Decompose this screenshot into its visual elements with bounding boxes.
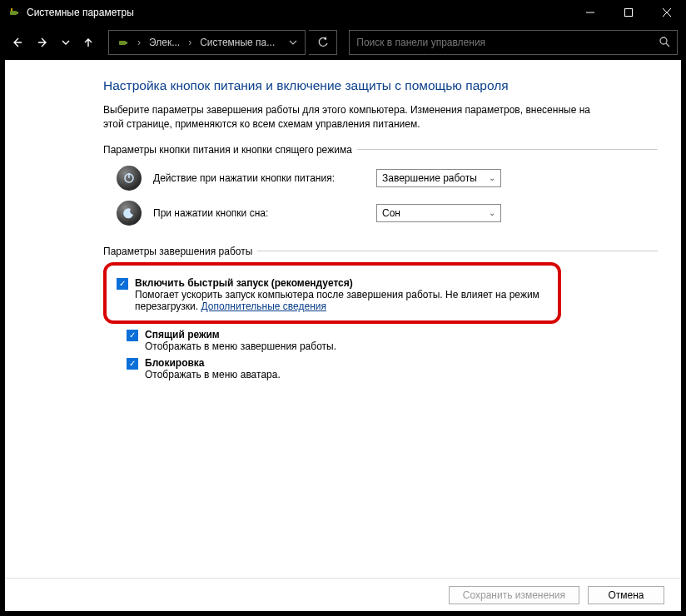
maximize-button[interactable] [609, 0, 648, 25]
svg-rect-1 [17, 12, 18, 14]
footer: Сохранить изменения Отмена [5, 578, 681, 611]
refresh-button[interactable] [309, 30, 337, 55]
section-shutdown: Параметры завершения работы [103, 246, 658, 257]
divider [357, 149, 658, 150]
power-icon [117, 166, 142, 191]
lock-desc: Отображать в меню аватара. [145, 369, 281, 380]
fast-start-title: Включить быстрый запуск (рекомендуется) [135, 277, 548, 289]
save-button[interactable]: Сохранить изменения [449, 586, 579, 604]
fast-start-desc: Помогает ускорить запуск компьютера посл… [135, 289, 539, 312]
page-intro: Выберите параметры завершения работы для… [103, 103, 603, 132]
section-power-buttons: Параметры кнопки питания и кнопки спящег… [103, 144, 658, 156]
sleep-mode-checkbox[interactable]: ✓ [127, 330, 138, 341]
highlight-box: ✓ Включить быстрый запуск (рекомендуется… [103, 262, 561, 324]
close-button[interactable] [648, 0, 686, 25]
client-area: Настройка кнопок питания и включение защ… [5, 60, 681, 611]
nav-history-button[interactable] [58, 31, 73, 54]
lock-checkbox[interactable]: ✓ [127, 358, 138, 370]
fast-start-checkbox[interactable]: ✓ [117, 278, 128, 290]
power-button-value: Завершение работы [382, 172, 477, 184]
window-frame: Системные параметры › Элек... [0, 0, 686, 616]
sleep-button-row: При нажатии кнопки сна: Сон ⌄ [103, 201, 658, 226]
sleep-mode-title: Спящий режим [145, 329, 336, 340]
section-power-buttons-label: Параметры кнопки питания и кнопки спящег… [103, 144, 352, 156]
chevron-down-icon: ⌄ [489, 173, 495, 182]
nav-forward-button[interactable] [32, 31, 55, 54]
nav-back-button[interactable] [5, 31, 28, 54]
lock-row: ✓ Блокировка Отображать в меню аватара. [103, 357, 658, 380]
power-button-row: Действие при нажатии кнопки питания: Зав… [103, 166, 658, 191]
svg-rect-2 [11, 8, 12, 11]
cancel-button[interactable]: Отмена [588, 586, 664, 604]
sleep-mode-row: ✓ Спящий режим Отображать в меню заверше… [103, 329, 658, 352]
sleep-button-value: Сон [382, 207, 400, 219]
lock-title: Блокировка [145, 357, 281, 369]
power-button-select[interactable]: Завершение работы ⌄ [376, 169, 501, 187]
navbar: › Элек... › Системные па... [0, 25, 686, 60]
svg-rect-8 [126, 42, 127, 44]
search-box[interactable] [349, 30, 678, 55]
sleep-mode-desc: Отображать в меню завершения работы. [145, 340, 336, 352]
svg-point-9 [660, 37, 667, 44]
divider [257, 251, 658, 251]
sleep-button-label: При нажатии кнопки сна: [153, 207, 365, 219]
svg-rect-0 [10, 11, 17, 15]
address-expand-button[interactable] [281, 38, 305, 47]
svg-rect-7 [119, 41, 126, 45]
breadcrumb-item-1[interactable]: Элек... [142, 31, 186, 54]
titlebar: Системные параметры [0, 0, 686, 25]
fast-start-row: ✓ Включить быстрый запуск (рекомендуется… [117, 277, 548, 312]
breadcrumb-separator: › [136, 37, 142, 48]
address-bar[interactable]: › Элек... › Системные па... [108, 30, 306, 55]
section-shutdown-label: Параметры завершения работы [103, 246, 252, 257]
breadcrumb-item-2[interactable]: Системные па... [193, 31, 281, 54]
search-icon [659, 36, 670, 50]
fast-start-link[interactable]: Дополнительные сведения [201, 301, 326, 312]
app-icon [7, 6, 20, 19]
sleep-icon [117, 201, 142, 226]
breadcrumb-separator: › [186, 37, 193, 48]
nav-up-button[interactable] [77, 31, 100, 54]
svg-rect-4 [625, 9, 633, 17]
search-input[interactable] [356, 37, 654, 48]
svg-line-10 [666, 43, 669, 47]
window-title: Системные параметры [27, 7, 571, 18]
sleep-button-select[interactable]: Сон ⌄ [376, 204, 501, 222]
chevron-down-icon: ⌄ [489, 208, 495, 217]
power-button-label: Действие при нажатии кнопки питания: [153, 172, 365, 184]
page-heading: Настройка кнопок питания и включение защ… [103, 78, 658, 93]
content-area: Настройка кнопок питания и включение защ… [5, 60, 681, 578]
breadcrumb-icon [109, 31, 136, 54]
minimize-button[interactable] [571, 0, 609, 25]
